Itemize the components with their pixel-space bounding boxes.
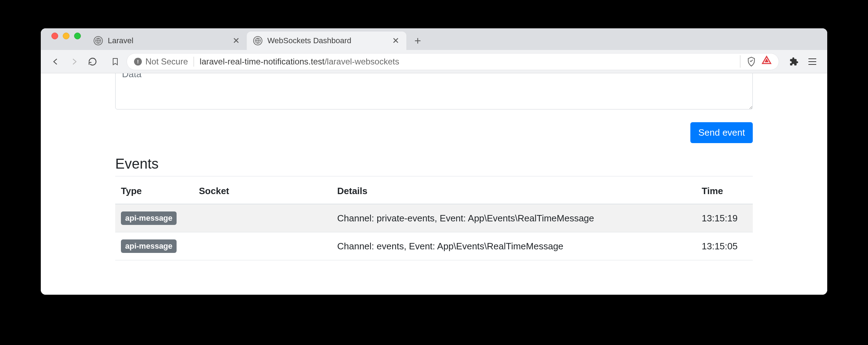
close-window-button[interactable] — [51, 33, 58, 39]
col-header-details: Details — [332, 179, 696, 204]
warning-icon: ! — [134, 58, 142, 66]
send-event-button[interactable]: Send event — [690, 122, 753, 143]
window-controls — [45, 33, 87, 46]
table-header-row: Type Socket Details Time — [115, 179, 753, 204]
globe-icon — [94, 36, 103, 45]
table-row: api-message Channel: private-events, Eve… — [115, 204, 753, 232]
tabs: Laravel ✕ WebSockets Dashboard ✕ + — [87, 28, 425, 50]
menu-button[interactable] — [805, 54, 820, 69]
maximize-window-button[interactable] — [74, 33, 81, 39]
reload-button[interactable] — [85, 54, 100, 69]
tab-bar: Laravel ✕ WebSockets Dashboard ✕ + — [41, 28, 827, 50]
forward-button[interactable] — [66, 54, 82, 69]
cell-socket — [193, 204, 332, 232]
address-bar-right — [740, 55, 772, 68]
address-container: ! Not Secure laravel-real-time-notificat… — [107, 53, 779, 70]
tab-title: WebSockets Dashboard — [267, 36, 386, 45]
minimize-window-button[interactable] — [63, 33, 69, 39]
bat-icon[interactable] — [762, 55, 772, 68]
send-row: Send event — [115, 122, 753, 143]
table-row: api-message Channel: events, Event: App\… — [115, 232, 753, 260]
col-header-type: Type — [115, 179, 193, 204]
url-path: /laravel-websockets — [324, 57, 399, 66]
cell-type: api-message — [115, 204, 193, 232]
type-badge: api-message — [121, 211, 177, 225]
page-content: Send event Events Type Socket Details Ti… — [41, 73, 827, 295]
type-badge: api-message — [121, 239, 177, 253]
globe-icon — [253, 36, 262, 45]
data-textarea[interactable] — [115, 73, 753, 109]
cell-details: Channel: private-events, Event: App\Even… — [332, 204, 696, 232]
toolbar: ! Not Secure laravel-real-time-notificat… — [41, 50, 827, 73]
events-heading: Events — [115, 156, 753, 176]
cell-type: api-message — [115, 232, 193, 260]
extensions-button[interactable] — [786, 54, 802, 69]
cell-details: Channel: events, Event: App\Events\RealT… — [332, 232, 696, 260]
cell-time: 13:15:05 — [696, 232, 753, 260]
brave-shields-icon[interactable] — [746, 56, 757, 67]
tab-websockets-dashboard[interactable]: WebSockets Dashboard ✕ — [247, 32, 406, 50]
security-indicator[interactable]: ! Not Secure — [134, 57, 194, 67]
close-tab-icon[interactable]: ✕ — [232, 36, 240, 45]
col-header-time: Time — [696, 179, 753, 204]
address-bar[interactable]: ! Not Secure laravel-real-time-notificat… — [127, 53, 779, 70]
browser-window: Laravel ✕ WebSockets Dashboard ✕ + — [41, 28, 827, 295]
cell-socket — [193, 232, 332, 260]
col-header-socket: Socket — [193, 179, 332, 204]
security-label: Not Secure — [145, 57, 188, 67]
tab-laravel[interactable]: Laravel ✕ — [87, 32, 247, 50]
close-tab-icon[interactable]: ✕ — [391, 36, 400, 45]
events-table: Type Socket Details Time api-message Cha… — [115, 179, 753, 260]
bookmark-button[interactable] — [107, 54, 123, 69]
back-button[interactable] — [48, 54, 63, 69]
url-text: laravel-real-time-notifications.test/lar… — [200, 57, 399, 67]
url-host: laravel-real-time-notifications.test — [200, 57, 324, 66]
tab-title: Laravel — [108, 36, 227, 45]
new-tab-button[interactable]: + — [410, 33, 425, 49]
cell-time: 13:15:19 — [696, 204, 753, 232]
